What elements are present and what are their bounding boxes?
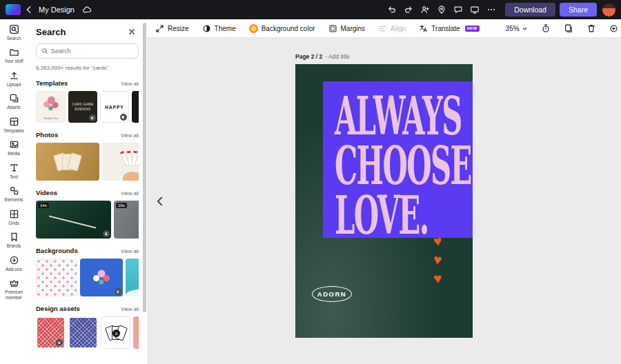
template-thumb-floral[interactable]: Thank You	[36, 91, 66, 123]
hearts-group[interactable]: ♥ ♥ ♥	[433, 234, 442, 285]
cloud-sync-icon	[80, 3, 94, 17]
undo-button[interactable]	[385, 3, 399, 17]
background-color-button[interactable]: Background color	[249, 24, 315, 33]
canvas-toolbar: Resize Theme Background color Margins Al…	[147, 19, 621, 38]
photo-thumb-golden-cards[interactable]	[36, 143, 99, 181]
design-assets-row: A	[36, 316, 139, 349]
background-thumb-teal[interactable]	[126, 259, 139, 296]
back-button[interactable]	[22, 3, 36, 17]
sidebar-item-assets[interactable]: Assets	[0, 90, 28, 112]
canvas-area[interactable]: Page 2 / 2 - Add title ALWAYS CHOOSE LOV…	[147, 38, 621, 364]
page-indicator: Page 2 / 2	[295, 53, 322, 60]
theme-button[interactable]: Theme	[202, 24, 236, 33]
timer-button[interactable]	[541, 22, 551, 34]
background-thumb-flower-bouquet[interactable]	[80, 259, 123, 296]
heart-icon: ♥	[433, 252, 442, 267]
background-thumb-umbrella-pattern[interactable]	[36, 259, 77, 296]
search-panel: Search 6,263,000+ results for "cards" Te…	[28, 19, 147, 364]
location-pin-icon[interactable]	[435, 3, 448, 17]
share-button[interactable]: Share	[560, 3, 597, 17]
sidebar-item-brands[interactable]: Brands	[0, 228, 28, 251]
avatar[interactable]	[602, 3, 615, 17]
more-options-icon[interactable]	[484, 3, 498, 17]
view-all-templates[interactable]: View all	[121, 81, 139, 87]
sidebar-item-search[interactable]: Search	[0, 21, 28, 43]
asset-thumb-red-card-back[interactable]	[36, 316, 66, 349]
sidebar-item-your-stuff[interactable]: Your stuff	[0, 43, 28, 66]
asset-thumb-fanned-cards[interactable]: A	[101, 316, 130, 349]
sidebar-item-media[interactable]: Media	[0, 136, 28, 159]
sidebar-item-grids[interactable]: Grids	[0, 205, 28, 228]
add-title-button[interactable]: - Add title	[325, 53, 349, 60]
section-title-templates: Templates	[36, 79, 68, 87]
section-title-backgrounds: Backgrounds	[36, 247, 78, 254]
translate-button[interactable]: Translate NEW	[419, 24, 479, 33]
view-all-photos[interactable]: View all	[121, 132, 139, 139]
delete-page-button[interactable]	[586, 22, 596, 34]
poster-text-element[interactable]: ALWAYS CHOOSE LOVE.	[335, 92, 471, 241]
view-all-design-assets[interactable]: View all	[121, 306, 139, 312]
video-thumb-cards[interactable]: 19s	[114, 201, 139, 239]
search-input[interactable]	[51, 48, 133, 54]
sidebar-item-templates[interactable]: Templates	[0, 113, 28, 136]
add-page-button[interactable]: Add	[609, 24, 621, 33]
heart-icon: ♥	[433, 272, 442, 286]
canva-logo[interactable]	[6, 4, 21, 15]
asset-thumb-hand-with-card[interactable]	[133, 316, 139, 349]
sidebar-item-add-ons[interactable]: Add-ons	[0, 252, 28, 274]
results-count: 6,263,000+ results for "cards"	[36, 65, 139, 71]
section-title-photos: Photos	[36, 131, 58, 139]
resize-icon	[155, 24, 164, 33]
upload-icon	[9, 70, 19, 81]
video-thumb-pool-table[interactable]: 14s	[36, 201, 111, 239]
video-duration-badge: 19s	[116, 203, 127, 208]
design-page[interactable]: ALWAYS CHOOSE LOVE. ♥ ♥ ♥ ADORN	[295, 64, 473, 338]
videos-row: 14s 19s	[36, 201, 139, 239]
margins-button[interactable]: Margins	[328, 24, 366, 33]
bookmark-icon	[9, 232, 19, 242]
template-thumb-dark[interactable]	[132, 91, 139, 123]
sidebar-rail: Search Your stuff Upload Assets Template…	[0, 19, 28, 364]
sidebar-item-premium-member[interactable]: Premium member	[0, 274, 28, 303]
asset-thumb-purple-card-back[interactable]	[68, 316, 98, 349]
brand-badge[interactable]: ADORN	[312, 286, 352, 302]
grid-icon	[9, 209, 19, 219]
new-badge: NEW	[465, 26, 480, 32]
margins-icon	[328, 24, 337, 33]
template-thumb-card-game-evening[interactable]: Card Game Evening	[68, 91, 97, 123]
translate-icon	[419, 24, 428, 33]
theme-icon	[202, 24, 211, 33]
view-all-backgrounds[interactable]: View all	[121, 248, 139, 254]
sidebar-item-elements[interactable]: Elements	[0, 182, 28, 205]
photo-thumb-hand-holding-cards[interactable]	[102, 143, 139, 181]
panel-title: Search	[36, 27, 66, 37]
redo-button[interactable]	[402, 3, 415, 17]
resize-button[interactable]: Resize	[155, 24, 189, 33]
align-icon	[378, 24, 387, 33]
timer-icon	[541, 23, 551, 33]
section-title-videos: Videos	[36, 189, 57, 196]
prev-page-button[interactable]	[154, 195, 166, 207]
template-thumb-happy[interactable]: HAPPY	[100, 91, 129, 123]
background-color-swatch-icon	[249, 24, 258, 33]
present-icon[interactable]	[468, 3, 482, 17]
backgrounds-row	[36, 259, 139, 296]
align-button[interactable]: Align	[378, 24, 406, 33]
sidebar-item-upload[interactable]: Upload	[0, 67, 28, 90]
plus-circle-icon	[609, 24, 618, 33]
comment-icon[interactable]	[451, 3, 465, 17]
zoom-control[interactable]: 35%	[506, 25, 528, 32]
view-all-videos[interactable]: View all	[121, 190, 139, 196]
add-ons-icon	[9, 255, 19, 265]
close-panel-button[interactable]	[128, 26, 139, 37]
pro-badge-icon	[120, 114, 127, 121]
pro-badge-icon	[89, 114, 96, 121]
panel-scrollbar[interactable]	[143, 21, 146, 361]
download-button[interactable]: Download	[505, 3, 555, 17]
share-with-people-icon[interactable]	[418, 3, 432, 17]
sidebar-item-text[interactable]: Text	[0, 159, 28, 182]
pro-badge-icon	[103, 230, 110, 237]
pages-button[interactable]	[564, 22, 573, 34]
design-title[interactable]: My Design	[39, 6, 75, 14]
section-title-design-assets: Design assets	[36, 305, 80, 312]
